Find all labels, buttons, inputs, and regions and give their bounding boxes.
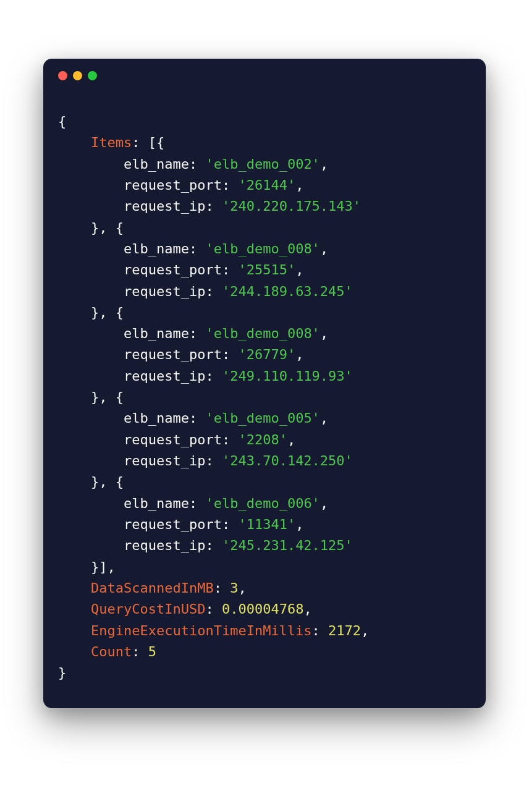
brace-close: }: [58, 665, 66, 680]
elb-name-value: 'elb_demo_006': [205, 496, 320, 511]
data-scanned-value: 3: [230, 580, 238, 596]
request-port-key: request_port: [124, 517, 222, 532]
request-ip-value: '249.110.119.93': [222, 368, 353, 384]
request-ip-key: request_ip: [124, 284, 205, 299]
request-ip-value: '243.70.142.250': [222, 453, 353, 468]
request-port-value: '2208': [238, 432, 287, 447]
request-ip-key: request_ip: [124, 453, 205, 468]
request-port-key: request_port: [124, 177, 222, 193]
maximize-button[interactable]: [88, 71, 97, 80]
engine-time-value: 2172: [328, 623, 361, 638]
request-ip-value: '245.231.42.125': [222, 538, 353, 553]
elb-name-value: 'elb_demo_008': [205, 326, 320, 341]
request-ip-key: request_ip: [124, 198, 205, 214]
request-ip-value: '240.220.175.143': [222, 198, 361, 214]
request-port-key: request_port: [124, 432, 222, 447]
window-titlebar: [43, 59, 486, 80]
items-key: Items: [91, 135, 132, 150]
request-ip-key: request_ip: [124, 368, 205, 384]
count-value: 5: [148, 644, 156, 659]
request-ip-key: request_ip: [124, 538, 205, 553]
data-scanned-key: DataScannedInMB: [91, 580, 214, 596]
close-button[interactable]: [58, 71, 67, 80]
request-port-value: '11341': [238, 517, 295, 532]
code-block: { Items: [{ elb_name: 'elb_demo_002', re…: [43, 80, 486, 708]
code-window: { Items: [{ elb_name: 'elb_demo_002', re…: [43, 59, 486, 708]
engine-time-key: EngineExecutionTimeInMillis: [91, 623, 312, 638]
elb-name-value: 'elb_demo_008': [205, 241, 320, 256]
elb-name-value: 'elb_demo_005': [205, 410, 320, 426]
request-port-value: '25515': [238, 262, 295, 277]
query-cost-key: QueryCostInUSD: [91, 601, 205, 617]
minimize-button[interactable]: [73, 71, 82, 80]
elb-name-key: elb_name: [124, 241, 189, 256]
count-key: Count: [91, 644, 132, 659]
elb-name-key: elb_name: [124, 410, 189, 426]
elb-name-value: 'elb_demo_002': [205, 156, 320, 172]
elb-name-key: elb_name: [124, 156, 189, 172]
request-port-value: '26144': [238, 177, 295, 193]
request-port-value: '26779': [238, 347, 295, 362]
elb-name-key: elb_name: [124, 326, 189, 341]
brace-open: {: [58, 114, 66, 129]
request-port-key: request_port: [124, 262, 222, 277]
query-cost-value: 0.00004768: [222, 601, 303, 617]
elb-name-key: elb_name: [124, 496, 189, 511]
request-ip-value: '244.189.63.245': [222, 284, 353, 299]
request-port-key: request_port: [124, 347, 222, 362]
